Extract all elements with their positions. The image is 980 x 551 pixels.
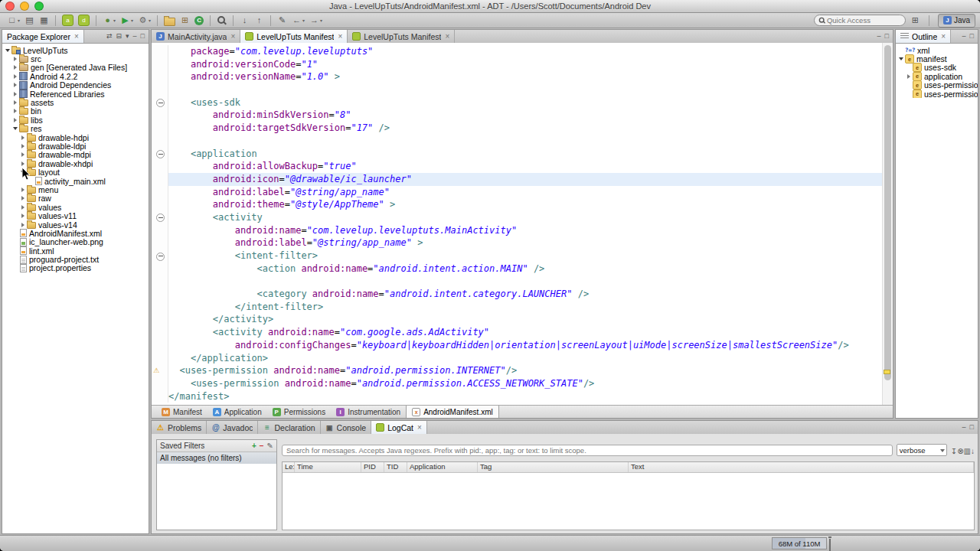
- code-line[interactable]: android:label="@string/app_name" >: [152, 236, 883, 249]
- project-tree[interactable]: LevelUpTutssrcgen [Generated Java Files]…: [2, 44, 149, 272]
- code-line[interactable]: android:allowBackup="true": [152, 160, 883, 173]
- edit-filter-button[interactable]: ✎: [267, 442, 273, 450]
- fold-collapse-icon[interactable]: [156, 214, 165, 222]
- tree-item-bin[interactable]: bin: [2, 107, 149, 116]
- expand-arrow-icon[interactable]: [19, 152, 26, 157]
- outline-tree[interactable]: xmlmanifestuses-sdkapplicationuses-permi…: [896, 44, 978, 98]
- saved-filters-list[interactable]: All messages (no filters): [157, 452, 276, 464]
- code-line[interactable]: android:versionName="1.0" >: [152, 70, 883, 83]
- maximize-icon[interactable]: □: [885, 33, 889, 40]
- link-with-editor-icon[interactable]: ⇄: [106, 33, 113, 40]
- code-line[interactable]: [152, 135, 883, 148]
- tree-item-drawable-hdpi[interactable]: drawable-hdpi: [2, 133, 149, 142]
- code-line[interactable]: <uses-permission android:name="android.p…: [152, 377, 883, 390]
- heap-status[interactable]: 68M of 110M: [772, 537, 827, 549]
- code-line[interactable]: android:targetSdkVersion="17" />: [152, 122, 883, 135]
- save-button[interactable]: ▤: [23, 14, 36, 28]
- remove-filter-button[interactable]: −: [260, 442, 264, 450]
- code-line[interactable]: android:minSdkVersion="8": [152, 109, 883, 122]
- tree-item-uses-permission-a[interactable]: uses-permission: a: [896, 81, 978, 90]
- search-button[interactable]: [215, 14, 228, 28]
- new-wizard-button[interactable]: □▾: [5, 14, 21, 28]
- tree-item-uses-sdk[interactable]: uses-sdk: [896, 64, 978, 72]
- code-line[interactable]: [152, 83, 883, 96]
- tree-item-raw[interactable]: raw: [2, 194, 149, 203]
- code-line[interactable]: package="com.levelup.leveluptuts": [152, 45, 883, 58]
- expand-arrow-icon[interactable]: [11, 57, 18, 61]
- tree-item-res[interactable]: res: [2, 125, 149, 133]
- code-line[interactable]: android:name="com.levelup.leveluptuts.Ma…: [152, 224, 883, 237]
- tree-item-lint-xml[interactable]: lint.xml: [2, 246, 149, 255]
- manifest-page-tab-instrumentation[interactable]: IInstrumentation: [331, 406, 406, 418]
- minimize-icon[interactable]: ‒: [133, 33, 137, 40]
- code-line[interactable]: android:label="@string/app_name": [152, 186, 883, 199]
- autoscroll-icon[interactable]: ↓: [971, 447, 975, 455]
- manifest-page-tab-manifest[interactable]: MManifest: [156, 406, 207, 418]
- tree-item-android-4-2-2[interactable]: Android 4.2.2: [2, 72, 149, 80]
- sdk-manager-button[interactable]: a: [60, 14, 75, 28]
- filter-item[interactable]: All messages (no filters): [157, 452, 276, 464]
- view-tab-javadoc[interactable]: @Javadoc: [207, 421, 258, 434]
- column-header-pid[interactable]: PID: [361, 462, 384, 472]
- open-perspective-icon[interactable]: ⊞: [910, 15, 920, 25]
- expand-arrow-icon[interactable]: [19, 187, 26, 192]
- expand-arrow-icon[interactable]: [11, 100, 18, 105]
- run-button[interactable]: ▶▾: [119, 14, 135, 28]
- tree-item-android-dependencies[interactable]: Android Dependencies: [2, 81, 149, 90]
- editor-tab-mainactivity-java[interactable]: JMainActivity.java: [152, 30, 240, 43]
- run-garbage-collector-button[interactable]: [829, 539, 831, 551]
- close-icon[interactable]: [230, 33, 235, 41]
- new-java-project-button[interactable]: [162, 14, 177, 28]
- expand-arrow-icon[interactable]: [19, 135, 26, 140]
- code-line[interactable]: android:theme="@style/AppTheme" >: [152, 198, 883, 211]
- code-area[interactable]: package="com.levelup.leveluptuts" androi…: [152, 43, 883, 406]
- code-line[interactable]: </application>: [152, 352, 883, 365]
- expand-arrow-icon[interactable]: [19, 223, 26, 227]
- expand-arrow-icon[interactable]: [19, 214, 26, 218]
- back-button[interactable]: ←▾: [290, 14, 306, 28]
- prev-annotation-button[interactable]: ↑: [253, 14, 266, 28]
- fold-collapse-icon[interactable]: [156, 150, 165, 158]
- tree-item-project-properties[interactable]: project.properties: [2, 264, 149, 272]
- code-line[interactable]: <uses-permission android:name="android.p…: [152, 364, 883, 377]
- expand-arrow-icon[interactable]: [11, 83, 18, 87]
- new-package-button[interactable]: ⊞: [178, 14, 191, 28]
- tree-item-values-v14[interactable]: values-v14: [2, 220, 149, 229]
- close-icon[interactable]: [417, 424, 422, 432]
- code-line[interactable]: <category android:name="android.intent.c…: [152, 288, 883, 301]
- print-button[interactable]: ▦: [38, 14, 51, 28]
- collapse-arrow-icon[interactable]: [11, 127, 18, 130]
- column-header-le[interactable]: Le:: [283, 462, 295, 472]
- code-line[interactable]: <application: [152, 148, 883, 161]
- manifest-page-tab-permissions[interactable]: PPermissions: [267, 406, 331, 418]
- warning-icon[interactable]: [153, 367, 159, 374]
- expand-arrow-icon[interactable]: [11, 65, 18, 70]
- expand-arrow-icon[interactable]: [11, 74, 18, 79]
- tree-item-assets[interactable]: assets: [2, 98, 149, 106]
- code-line[interactable]: <intent-filter>: [152, 249, 883, 262]
- fold-collapse-icon[interactable]: [156, 253, 165, 261]
- tree-item-proguard-project-txt[interactable]: proguard-project.txt: [2, 255, 149, 263]
- tree-item-gen-generated-java-files[interactable]: gen [Generated Java Files]: [2, 64, 149, 72]
- close-icon[interactable]: [74, 33, 79, 41]
- maximize-icon[interactable]: □: [970, 424, 974, 431]
- external-tools-button[interactable]: ⚙▾: [136, 14, 152, 28]
- code-line[interactable]: </manifest>: [152, 390, 883, 403]
- tree-item-libs[interactable]: libs: [2, 116, 149, 124]
- view-tab-declaration[interactable]: ≡Declaration: [258, 421, 320, 434]
- tree-item-leveluptuts[interactable]: LevelUpTuts: [2, 46, 149, 54]
- tree-item-referenced-libraries[interactable]: Referenced Libraries: [2, 90, 149, 98]
- expand-arrow-icon[interactable]: [19, 196, 26, 201]
- code-line[interactable]: android:configChanges="keyboard|keyboard…: [152, 339, 883, 352]
- editor-content[interactable]: package="com.levelup.leveluptuts" androi…: [152, 43, 893, 406]
- overview-warning-marker[interactable]: [884, 370, 890, 374]
- editor-scrollbar[interactable]: [882, 43, 893, 406]
- logcat-search-input[interactable]: [282, 445, 893, 456]
- expand-arrow-icon[interactable]: [19, 144, 26, 148]
- expand-arrow-icon[interactable]: [11, 92, 18, 96]
- view-tab-problems[interactable]: ⚠Problems: [152, 421, 207, 434]
- tree-item-uses-permission-a[interactable]: uses-permission: a: [896, 90, 978, 98]
- new-class-button[interactable]: C: [193, 14, 205, 28]
- next-annotation-button[interactable]: ↓: [238, 14, 251, 28]
- code-line[interactable]: android:versionCode="1": [152, 58, 883, 71]
